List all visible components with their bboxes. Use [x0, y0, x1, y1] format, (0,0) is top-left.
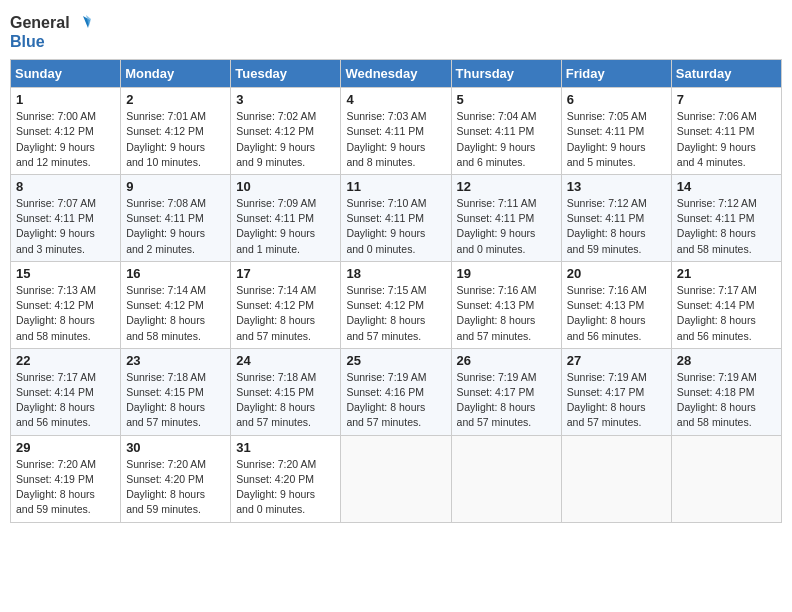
- day-number: 22: [16, 353, 115, 368]
- day-number: 13: [567, 179, 666, 194]
- day-info: Sunrise: 7:02 AM Sunset: 4:12 PM Dayligh…: [236, 109, 335, 170]
- day-info: Sunrise: 7:01 AM Sunset: 4:12 PM Dayligh…: [126, 109, 225, 170]
- day-info: Sunrise: 7:20 AM Sunset: 4:19 PM Dayligh…: [16, 457, 115, 518]
- calendar-cell: 17Sunrise: 7:14 AM Sunset: 4:12 PM Dayli…: [231, 261, 341, 348]
- day-number: 14: [677, 179, 776, 194]
- calendar-cell: 1Sunrise: 7:00 AM Sunset: 4:12 PM Daylig…: [11, 88, 121, 175]
- calendar-cell: 10Sunrise: 7:09 AM Sunset: 4:11 PM Dayli…: [231, 175, 341, 262]
- day-number: 24: [236, 353, 335, 368]
- day-info: Sunrise: 7:08 AM Sunset: 4:11 PM Dayligh…: [126, 196, 225, 257]
- day-number: 2: [126, 92, 225, 107]
- day-number: 17: [236, 266, 335, 281]
- day-number: 27: [567, 353, 666, 368]
- calendar-cell: 27Sunrise: 7:19 AM Sunset: 4:17 PM Dayli…: [561, 348, 671, 435]
- day-number: 7: [677, 92, 776, 107]
- day-info: Sunrise: 7:07 AM Sunset: 4:11 PM Dayligh…: [16, 196, 115, 257]
- day-info: Sunrise: 7:00 AM Sunset: 4:12 PM Dayligh…: [16, 109, 115, 170]
- calendar-cell: 23Sunrise: 7:18 AM Sunset: 4:15 PM Dayli…: [121, 348, 231, 435]
- day-number: 12: [457, 179, 556, 194]
- day-number: 18: [346, 266, 445, 281]
- day-info: Sunrise: 7:10 AM Sunset: 4:11 PM Dayligh…: [346, 196, 445, 257]
- weekday-header-wednesday: Wednesday: [341, 60, 451, 88]
- calendar-cell: 19Sunrise: 7:16 AM Sunset: 4:13 PM Dayli…: [451, 261, 561, 348]
- day-number: 29: [16, 440, 115, 455]
- calendar-cell: 28Sunrise: 7:19 AM Sunset: 4:18 PM Dayli…: [671, 348, 781, 435]
- day-number: 16: [126, 266, 225, 281]
- day-info: Sunrise: 7:19 AM Sunset: 4:18 PM Dayligh…: [677, 370, 776, 431]
- calendar-cell: 30Sunrise: 7:20 AM Sunset: 4:20 PM Dayli…: [121, 435, 231, 522]
- calendar-cell: 4Sunrise: 7:03 AM Sunset: 4:11 PM Daylig…: [341, 88, 451, 175]
- calendar-cell: 16Sunrise: 7:14 AM Sunset: 4:12 PM Dayli…: [121, 261, 231, 348]
- day-info: Sunrise: 7:11 AM Sunset: 4:11 PM Dayligh…: [457, 196, 556, 257]
- day-info: Sunrise: 7:20 AM Sunset: 4:20 PM Dayligh…: [126, 457, 225, 518]
- logo-text: General Blue: [10, 14, 91, 51]
- day-number: 10: [236, 179, 335, 194]
- day-info: Sunrise: 7:15 AM Sunset: 4:12 PM Dayligh…: [346, 283, 445, 344]
- day-info: Sunrise: 7:16 AM Sunset: 4:13 PM Dayligh…: [457, 283, 556, 344]
- calendar-cell: 6Sunrise: 7:05 AM Sunset: 4:11 PM Daylig…: [561, 88, 671, 175]
- calendar-cell: 11Sunrise: 7:10 AM Sunset: 4:11 PM Dayli…: [341, 175, 451, 262]
- calendar-cell: 31Sunrise: 7:20 AM Sunset: 4:20 PM Dayli…: [231, 435, 341, 522]
- day-number: 8: [16, 179, 115, 194]
- calendar-cell: [561, 435, 671, 522]
- day-number: 26: [457, 353, 556, 368]
- day-info: Sunrise: 7:05 AM Sunset: 4:11 PM Dayligh…: [567, 109, 666, 170]
- day-info: Sunrise: 7:14 AM Sunset: 4:12 PM Dayligh…: [126, 283, 225, 344]
- day-number: 4: [346, 92, 445, 107]
- calendar-cell: 8Sunrise: 7:07 AM Sunset: 4:11 PM Daylig…: [11, 175, 121, 262]
- calendar-cell: 26Sunrise: 7:19 AM Sunset: 4:17 PM Dayli…: [451, 348, 561, 435]
- day-info: Sunrise: 7:17 AM Sunset: 4:14 PM Dayligh…: [677, 283, 776, 344]
- calendar-cell: 5Sunrise: 7:04 AM Sunset: 4:11 PM Daylig…: [451, 88, 561, 175]
- day-info: Sunrise: 7:13 AM Sunset: 4:12 PM Dayligh…: [16, 283, 115, 344]
- day-info: Sunrise: 7:09 AM Sunset: 4:11 PM Dayligh…: [236, 196, 335, 257]
- day-number: 1: [16, 92, 115, 107]
- calendar-cell: [451, 435, 561, 522]
- day-info: Sunrise: 7:04 AM Sunset: 4:11 PM Dayligh…: [457, 109, 556, 170]
- calendar-cell: 7Sunrise: 7:06 AM Sunset: 4:11 PM Daylig…: [671, 88, 781, 175]
- weekday-header-saturday: Saturday: [671, 60, 781, 88]
- weekday-header-tuesday: Tuesday: [231, 60, 341, 88]
- calendar-cell: 20Sunrise: 7:16 AM Sunset: 4:13 PM Dayli…: [561, 261, 671, 348]
- day-number: 30: [126, 440, 225, 455]
- logo: General Blue: [10, 14, 91, 51]
- day-number: 23: [126, 353, 225, 368]
- day-info: Sunrise: 7:19 AM Sunset: 4:17 PM Dayligh…: [457, 370, 556, 431]
- day-info: Sunrise: 7:19 AM Sunset: 4:17 PM Dayligh…: [567, 370, 666, 431]
- calendar-cell: 9Sunrise: 7:08 AM Sunset: 4:11 PM Daylig…: [121, 175, 231, 262]
- weekday-header-thursday: Thursday: [451, 60, 561, 88]
- calendar-cell: 18Sunrise: 7:15 AM Sunset: 4:12 PM Dayli…: [341, 261, 451, 348]
- calendar-table: SundayMondayTuesdayWednesdayThursdayFrid…: [10, 59, 782, 522]
- day-number: 25: [346, 353, 445, 368]
- day-info: Sunrise: 7:03 AM Sunset: 4:11 PM Dayligh…: [346, 109, 445, 170]
- day-number: 9: [126, 179, 225, 194]
- weekday-header-sunday: Sunday: [11, 60, 121, 88]
- header: General Blue: [10, 10, 782, 51]
- day-number: 19: [457, 266, 556, 281]
- calendar-cell: 25Sunrise: 7:19 AM Sunset: 4:16 PM Dayli…: [341, 348, 451, 435]
- calendar-cell: 15Sunrise: 7:13 AM Sunset: 4:12 PM Dayli…: [11, 261, 121, 348]
- day-number: 21: [677, 266, 776, 281]
- day-number: 6: [567, 92, 666, 107]
- calendar-cell: 14Sunrise: 7:12 AM Sunset: 4:11 PM Dayli…: [671, 175, 781, 262]
- day-info: Sunrise: 7:20 AM Sunset: 4:20 PM Dayligh…: [236, 457, 335, 518]
- day-number: 11: [346, 179, 445, 194]
- day-number: 3: [236, 92, 335, 107]
- day-number: 28: [677, 353, 776, 368]
- day-info: Sunrise: 7:19 AM Sunset: 4:16 PM Dayligh…: [346, 370, 445, 431]
- day-number: 20: [567, 266, 666, 281]
- day-number: 5: [457, 92, 556, 107]
- day-info: Sunrise: 7:17 AM Sunset: 4:14 PM Dayligh…: [16, 370, 115, 431]
- calendar-cell: 13Sunrise: 7:12 AM Sunset: 4:11 PM Dayli…: [561, 175, 671, 262]
- day-info: Sunrise: 7:14 AM Sunset: 4:12 PM Dayligh…: [236, 283, 335, 344]
- weekday-header-monday: Monday: [121, 60, 231, 88]
- day-info: Sunrise: 7:12 AM Sunset: 4:11 PM Dayligh…: [567, 196, 666, 257]
- calendar-cell: 3Sunrise: 7:02 AM Sunset: 4:12 PM Daylig…: [231, 88, 341, 175]
- calendar-cell: 12Sunrise: 7:11 AM Sunset: 4:11 PM Dayli…: [451, 175, 561, 262]
- weekday-header-friday: Friday: [561, 60, 671, 88]
- day-number: 31: [236, 440, 335, 455]
- calendar-cell: 2Sunrise: 7:01 AM Sunset: 4:12 PM Daylig…: [121, 88, 231, 175]
- day-info: Sunrise: 7:06 AM Sunset: 4:11 PM Dayligh…: [677, 109, 776, 170]
- day-info: Sunrise: 7:16 AM Sunset: 4:13 PM Dayligh…: [567, 283, 666, 344]
- calendar-cell: 29Sunrise: 7:20 AM Sunset: 4:19 PM Dayli…: [11, 435, 121, 522]
- calendar-cell: 22Sunrise: 7:17 AM Sunset: 4:14 PM Dayli…: [11, 348, 121, 435]
